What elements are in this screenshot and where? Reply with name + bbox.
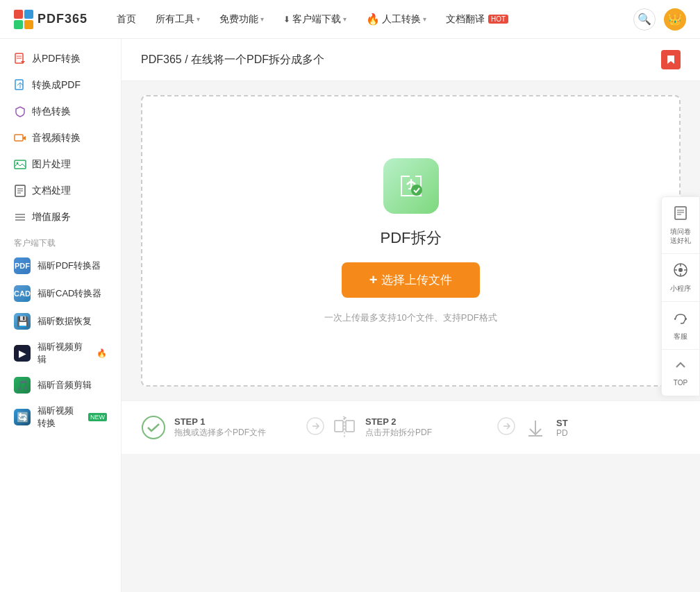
nav-all-tools[interactable]: 所有工具 ▾ <box>147 9 208 30</box>
step-arrow-2 <box>497 416 516 439</box>
top-arrow-icon <box>674 358 688 375</box>
nav-links: 首页 所有工具 ▾ 免费功能 ▾ ⬇ 客户端下载 ▾ 🔥 人工转换 ▾ 文档翻译… <box>108 8 633 30</box>
download-icon: ⬇ <box>283 15 290 24</box>
step1-text: STEP 1 拖拽或选择多个PDF文件 <box>174 416 266 439</box>
float-survey[interactable]: 填问卷送好礼 <box>662 197 699 254</box>
av-icon <box>14 132 26 144</box>
to-pdf-icon <box>14 79 26 92</box>
sidebar-item-image[interactable]: 图片处理 <box>0 151 121 178</box>
step3-text: ST PD <box>556 418 568 438</box>
breadcrumb: PDF365 / 在线将一个PDF拆分成多个 <box>122 39 700 81</box>
crown-icon: 👑 <box>668 12 682 26</box>
svg-point-28 <box>678 268 683 272</box>
step-arrow-1 <box>306 416 325 439</box>
vip-icon <box>14 211 26 223</box>
nav-home[interactable]: 首页 <box>108 9 144 30</box>
fire-badge-video: 🔥 <box>97 348 107 358</box>
upload-hint: 一次上传最多支持10个文件、支持PDF格式 <box>324 312 497 324</box>
svg-rect-18 <box>335 421 343 432</box>
step-2: STEP 2 点击开始拆分PDF <box>332 415 490 440</box>
nav-arrow-free: ▾ <box>260 15 264 23</box>
nav-translate[interactable]: 文档翻译 HOT <box>438 9 517 30</box>
sidebar-section-label: 客户端下载 <box>0 230 121 252</box>
sidebar-item-doc[interactable]: 文档处理 <box>0 178 121 204</box>
sidebar-item-special[interactable]: 特色转换 <box>0 99 121 125</box>
nav-arrow-human: ▾ <box>423 15 426 23</box>
from-pdf-icon <box>14 53 26 65</box>
step-1: STEP 1 拖拽或选择多个PDF文件 <box>141 415 299 440</box>
sidebar-item-vip[interactable]: 增值服务 <box>0 204 121 230</box>
miniapp-icon <box>673 262 688 281</box>
top-navigation: PDF365 首页 所有工具 ▾ 免费功能 ▾ ⬇ 客户端下载 ▾ 🔥 人工转换… <box>0 0 700 39</box>
top-label: TOP <box>674 378 688 387</box>
miniapp-label: 小程序 <box>670 284 691 293</box>
upload-icon <box>383 158 439 214</box>
sidebar-item-from-pdf[interactable]: 从PDF转换 <box>0 46 121 72</box>
sidebar: 从PDF转换 转换成PDF 特色转换 音视频转换 图片处理 <box>0 39 122 592</box>
nav-arrow-download: ▾ <box>343 15 347 23</box>
sidebar-app-audio-edit[interactable]: 🎵 福昕音频剪辑 <box>0 371 121 399</box>
app-pdf-icon: PDF <box>14 257 31 274</box>
nav-download[interactable]: ⬇ 客户端下载 ▾ <box>275 9 355 30</box>
crown-button[interactable]: 👑 <box>664 8 686 31</box>
step1-check-icon <box>141 415 166 440</box>
search-button[interactable]: 🔍 <box>633 8 656 31</box>
sidebar-item-to-pdf[interactable]: 转换成PDF <box>0 72 121 99</box>
bookmark-icon[interactable] <box>661 50 681 69</box>
upload-button[interactable]: + 选择上传文件 <box>342 262 481 298</box>
float-service[interactable]: 客服 <box>662 302 699 350</box>
svg-point-15 <box>411 185 422 196</box>
float-miniapp[interactable]: 小程序 <box>662 254 699 302</box>
app-video-icon: ▶ <box>14 345 31 362</box>
nav-human[interactable]: 🔥 人工转换 ▾ <box>358 8 435 30</box>
app-convert-icon: 🔄 <box>14 409 31 425</box>
right-float-panel: 填问卷送好礼 小程序 客服 <box>661 196 700 396</box>
hot-badge: HOT <box>488 15 508 24</box>
app-data-icon: 💾 <box>14 313 31 330</box>
app-cad-icon: CAD <box>14 285 31 302</box>
step2-split-icon <box>332 415 357 440</box>
nav-right: 🔍 👑 <box>633 8 686 31</box>
steps-bar: STEP 1 拖拽或选择多个PDF文件 <box>122 400 700 454</box>
sidebar-app-cad-converter[interactable]: CAD 福昕CAD转换器 <box>0 280 121 307</box>
shield-icon <box>14 105 26 118</box>
sidebar-item-av[interactable]: 音视频转换 <box>0 125 121 151</box>
content-area: PDF365 / 在线将一个PDF拆分成多个 PDF拆分 + 选择上 <box>122 39 700 592</box>
service-icon <box>673 310 688 329</box>
doc-icon <box>14 185 26 197</box>
main-layout: 从PDF转换 转换成PDF 特色转换 音视频转换 图片处理 <box>0 39 700 592</box>
step-3: ST PD <box>523 415 681 440</box>
app-audio-icon: 🎵 <box>14 377 31 394</box>
svg-rect-19 <box>346 421 354 432</box>
nav-free[interactable]: 免费功能 ▾ <box>211 9 272 30</box>
plus-icon: + <box>369 272 378 288</box>
svg-point-16 <box>142 416 165 439</box>
upload-title: PDF拆分 <box>381 228 442 248</box>
upload-zone[interactable]: PDF拆分 + 选择上传文件 一次上传最多支持10个文件、支持PDF格式 <box>141 95 681 387</box>
fire-icon: 🔥 <box>366 12 380 26</box>
logo-icon <box>14 10 33 29</box>
logo-text: PDF365 <box>38 12 88 26</box>
svg-rect-5 <box>15 135 23 141</box>
svg-rect-23 <box>675 207 686 219</box>
float-top[interactable]: TOP <box>662 350 699 396</box>
step2-text: STEP 2 点击开始拆分PDF <box>365 416 432 439</box>
step3-download-icon <box>523 415 548 440</box>
image-icon <box>14 158 26 171</box>
search-icon: 🔍 <box>638 12 651 26</box>
survey-icon <box>673 205 688 224</box>
survey-label: 填问卷送好礼 <box>670 227 691 245</box>
nav-arrow: ▾ <box>197 15 200 23</box>
new-badge: NEW <box>88 413 107 421</box>
sidebar-app-data-recovery[interactable]: 💾 福昕数据恢复 <box>0 307 121 335</box>
logo[interactable]: PDF365 <box>14 10 88 29</box>
service-label: 客服 <box>674 332 688 341</box>
breadcrumb-text: PDF365 / 在线将一个PDF拆分成多个 <box>141 53 324 67</box>
sidebar-app-video-edit[interactable]: ▶ 福昕视频剪辑 🔥 <box>0 335 121 371</box>
sidebar-app-pdf-converter[interactable]: PDF 福昕PDF转换器 <box>0 252 121 280</box>
sidebar-app-video-convert[interactable]: 🔄 福昕视频转换 NEW <box>0 399 121 435</box>
